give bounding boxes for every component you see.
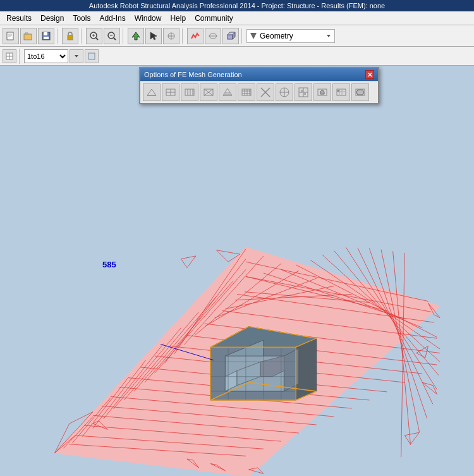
zoom-select[interactable]: 1to16 bbox=[24, 49, 68, 63]
menu-tools[interactable]: Tools bbox=[69, 13, 94, 24]
menu-addins[interactable]: Add-Ins bbox=[95, 13, 129, 24]
mesh-visualization bbox=[0, 94, 474, 476]
svg-rect-6 bbox=[44, 32, 47, 35]
title-bar: Autodesk Robot Structural Analysis Profe… bbox=[0, 0, 474, 11]
svg-marker-16 bbox=[132, 32, 140, 40]
tb-lock-btn[interactable] bbox=[62, 28, 78, 44]
sep3 bbox=[123, 28, 125, 44]
svg-rect-7 bbox=[44, 37, 49, 39]
fe-btn-mesh8[interactable] bbox=[276, 83, 293, 101]
svg-line-14 bbox=[114, 38, 116, 40]
fe-dialog-toolbar bbox=[140, 81, 378, 103]
tb-open-btn[interactable] bbox=[20, 28, 37, 44]
fe-btn-mesh3[interactable] bbox=[181, 83, 198, 101]
sep6 bbox=[19, 49, 21, 64]
fe-btn-mesh1[interactable] bbox=[143, 83, 161, 101]
fe-mesh-dialog: Options of FE Mesh Generation ✕ bbox=[139, 67, 379, 104]
svg-rect-4 bbox=[24, 34, 32, 40]
title-text: Autodesk Robot Structural Analysis Profe… bbox=[89, 2, 385, 9]
svg-marker-65 bbox=[320, 90, 324, 94]
tb-3d-btn[interactable] bbox=[222, 28, 239, 44]
svg-rect-70 bbox=[337, 90, 339, 92]
fe-btn-mesh2[interactable] bbox=[162, 83, 179, 101]
geometry-dropdown[interactable]: Geometry bbox=[246, 29, 335, 43]
fe-btn-mesh6[interactable] bbox=[238, 83, 255, 101]
svg-marker-131 bbox=[284, 348, 298, 391]
menu-bar: Results Design Tools Add-Ins Window Help… bbox=[0, 11, 474, 25]
tb-zoom-in-btn[interactable] bbox=[86, 28, 102, 44]
fe-btn-mesh11[interactable] bbox=[332, 83, 350, 101]
fe-btn-mesh12[interactable] bbox=[351, 83, 369, 101]
geometry-label: Geometry bbox=[260, 32, 293, 40]
fe-btn-mesh4[interactable] bbox=[200, 83, 217, 101]
menu-results[interactable]: Results bbox=[3, 13, 35, 24]
tb-iso-btn[interactable] bbox=[205, 28, 221, 44]
tb2-btn2[interactable] bbox=[85, 49, 99, 63]
tb-cursor-btn[interactable] bbox=[145, 28, 162, 44]
sep5 bbox=[241, 28, 244, 44]
svg-rect-0 bbox=[7, 32, 13, 40]
svg-marker-27 bbox=[327, 35, 331, 37]
svg-marker-31 bbox=[75, 55, 78, 58]
tb-save-btn[interactable] bbox=[38, 28, 54, 44]
sep1 bbox=[57, 28, 59, 44]
menu-window[interactable]: Window bbox=[131, 13, 166, 24]
svg-marker-33 bbox=[147, 89, 156, 95]
tb-mesh-btn[interactable] bbox=[163, 28, 179, 44]
svg-line-10 bbox=[96, 38, 98, 40]
element-label-585: 585 bbox=[102, 260, 116, 269]
fe-btn-mesh9[interactable] bbox=[295, 83, 312, 101]
3d-viewport[interactable]: 585 bbox=[0, 94, 474, 476]
menu-help[interactable]: Help bbox=[166, 13, 190, 24]
element-number: 585 bbox=[102, 260, 116, 269]
menu-design[interactable]: Design bbox=[37, 13, 68, 24]
svg-marker-26 bbox=[250, 33, 257, 39]
sep2 bbox=[81, 28, 83, 44]
fe-btn-mesh7[interactable] bbox=[257, 83, 274, 101]
svg-rect-62 bbox=[301, 90, 303, 92]
tb-new-btn[interactable] bbox=[3, 28, 19, 44]
svg-rect-63 bbox=[303, 92, 306, 95]
tb-arrow-btn[interactable] bbox=[128, 28, 144, 44]
svg-rect-23 bbox=[228, 35, 233, 39]
svg-marker-72 bbox=[356, 90, 364, 95]
fe-dialog-title-text: Options of FE Mesh Generation bbox=[144, 71, 242, 78]
menu-community[interactable]: Community bbox=[191, 13, 237, 24]
svg-rect-8 bbox=[68, 35, 73, 40]
fe-dialog-close-btn[interactable]: ✕ bbox=[365, 70, 374, 79]
tb-zoom-out-btn[interactable] bbox=[104, 28, 120, 44]
toolbar2: 1to16 bbox=[0, 47, 474, 66]
svg-marker-45 bbox=[223, 88, 232, 95]
main-area: Options of FE Mesh Generation ✕ bbox=[0, 66, 474, 476]
tb2-dropdown-arrow[interactable] bbox=[70, 49, 83, 63]
tb2-btn1[interactable] bbox=[3, 49, 16, 63]
fe-dialog-title-bar[interactable]: Options of FE Mesh Generation ✕ bbox=[140, 68, 378, 81]
tb-deform-btn[interactable] bbox=[187, 28, 204, 44]
sep4 bbox=[182, 28, 185, 44]
svg-rect-32 bbox=[88, 53, 95, 59]
svg-marker-17 bbox=[150, 32, 157, 40]
fe-btn-mesh5[interactable] bbox=[219, 83, 236, 101]
fe-btn-mesh10[interactable] bbox=[313, 83, 331, 101]
toolbar1: Geometry bbox=[0, 25, 474, 47]
